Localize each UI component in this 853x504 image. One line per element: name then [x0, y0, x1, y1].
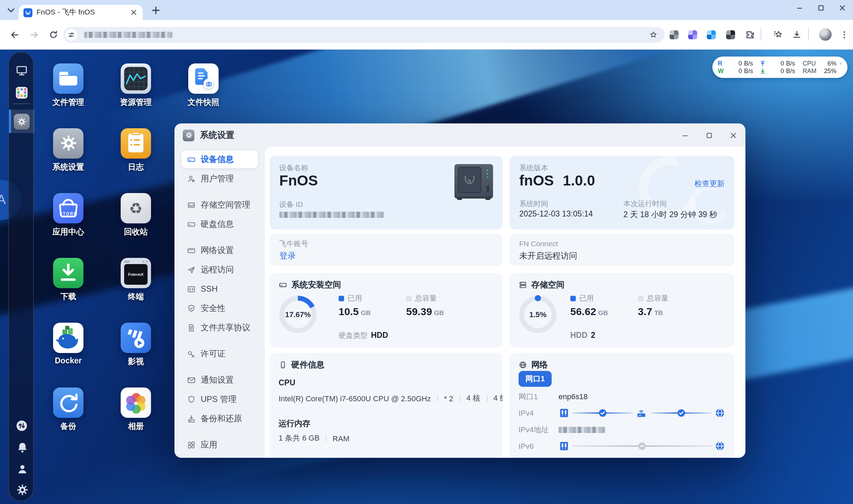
- browser-tab[interactable]: FnOS - 飞牛 fnOS: [19, 5, 143, 20]
- dock-transfers-icon[interactable]: [9, 416, 34, 435]
- check-update-link[interactable]: 检查更新: [694, 179, 725, 189]
- terminal-app-icon[interactable]: FntermX: [121, 258, 151, 288]
- system-monitor-widget[interactable]: R 0 B/s 0 B/s CPU 6% W 0 B/s 0 B/s RAM 2…: [712, 57, 847, 78]
- dock-settings-icon[interactable]: [9, 479, 34, 498]
- window-maximize-button[interactable]: [705, 131, 713, 139]
- system-settings-app-icon[interactable]: [53, 128, 83, 158]
- bookmark-star-icon[interactable]: [649, 30, 658, 39]
- screen: FnOS - 飞牛 fnOS: [0, 0, 853, 504]
- sidebar-item-user-management[interactable]: 用户管理: [181, 170, 258, 188]
- upload-unit: B/s: [785, 60, 799, 67]
- cpu-section-label: CPU: [279, 379, 295, 387]
- backup-app-icon[interactable]: [53, 387, 83, 417]
- address-bar[interactable]: [63, 27, 665, 43]
- new-tab-button[interactable]: [150, 5, 161, 16]
- sidebar-group: 网络设置远程访问SSH安全性文件共享协议: [181, 241, 258, 336]
- ram-label: RAM: [800, 68, 819, 74]
- dock-app-grid-icon[interactable]: [9, 83, 34, 102]
- monitor-grid: R 0 B/s 0 B/s CPU 6% W 0 B/s 0 B/s RAM 2…: [718, 60, 836, 74]
- extension-icon-4[interactable]: [726, 30, 735, 39]
- window-minimize-button[interactable]: [681, 131, 689, 139]
- app-center-app-icon[interactable]: STORE: [53, 193, 83, 223]
- browser-maximize-button[interactable]: [817, 4, 825, 12]
- desktop-icon-label: 系统设置: [37, 162, 99, 172]
- fn-connect-card: FN Connect 未开启远程访问: [510, 234, 734, 266]
- window-close-button[interactable]: [730, 131, 737, 139]
- login-link[interactable]: 登录: [279, 250, 296, 262]
- tab-search-chevron-icon[interactable]: [6, 5, 17, 16]
- profile-avatar[interactable]: [819, 28, 832, 41]
- site-settings-tune-icon[interactable]: [66, 29, 77, 41]
- sidebar-item-disk-info[interactable]: 硬盘信息: [181, 215, 258, 233]
- tab-close-icon[interactable]: [130, 8, 138, 17]
- back-button[interactable]: [10, 30, 20, 40]
- dock-notifications-icon[interactable]: [9, 437, 34, 456]
- star-badge-icon[interactable]: [773, 30, 783, 40]
- settings-app-icon: [183, 129, 194, 141]
- sidebar-item-label: 硬盘信息: [201, 218, 234, 230]
- dock-desktop-icon[interactable]: [9, 61, 34, 80]
- downloads-app-icon[interactable]: [53, 258, 83, 288]
- file-manager-app-icon[interactable]: [53, 63, 83, 94]
- sidebar-item-notifications[interactable]: 通知设置: [181, 371, 258, 389]
- resource-monitor-app-icon[interactable]: [121, 63, 151, 94]
- browser-minimize-button[interactable]: [796, 4, 803, 12]
- download-value: 0: [768, 68, 784, 74]
- sidebar-item-apps[interactable]: 应用: [181, 436, 258, 454]
- file-snapshot-app-icon[interactable]: [188, 63, 219, 94]
- sidebar-item-network-settings[interactable]: 网络设置: [181, 241, 258, 259]
- extensions-puzzle-icon[interactable]: [745, 30, 755, 40]
- cpu-cores: 4 核: [466, 393, 480, 403]
- ipv6-label: IPv6: [519, 442, 559, 450]
- sidebar-item-label: 网络设置: [201, 244, 234, 256]
- docker-app-icon[interactable]: [53, 323, 83, 353]
- fn-account-label: 飞牛账号: [279, 239, 308, 249]
- reload-button[interactable]: [48, 30, 59, 40]
- device-id-redacted: [279, 212, 384, 218]
- storage-title: 存储空间: [531, 279, 564, 291]
- url-text-redacted: [84, 32, 172, 38]
- desktop-icon-label: 应用中心: [37, 227, 99, 237]
- logs-app-icon[interactable]: [121, 128, 151, 158]
- sidebar-item-file-sharing[interactable]: 文件共享协议: [181, 319, 258, 336]
- photos-app-icon[interactable]: [121, 387, 151, 417]
- media-app-icon[interactable]: [121, 323, 151, 353]
- window-title: 系统设置: [200, 129, 234, 141]
- port-interface-name: enp6s18: [559, 392, 588, 401]
- sidebar-item-ups[interactable]: UPS 管理: [181, 390, 258, 408]
- sidebar-item-remote-access[interactable]: 远程访问: [181, 261, 258, 279]
- disk-icon: [279, 281, 287, 290]
- download-unit: B/s: [785, 68, 799, 74]
- used-value: 10.5: [339, 305, 359, 317]
- ipv4-address-label: IPv4地址: [519, 424, 559, 435]
- extension-icon-1[interactable]: [670, 30, 679, 39]
- forward-button[interactable]: [29, 30, 39, 40]
- sidebar-item-device-info[interactable]: 设备信息: [181, 150, 258, 168]
- dock-user-icon[interactable]: [9, 458, 34, 478]
- used-label: 已用: [348, 294, 362, 303]
- extension-icon-2[interactable]: [688, 30, 697, 39]
- cpu-value: 6%: [819, 60, 836, 67]
- monitor-collapse-chevron-icon[interactable]: [839, 62, 842, 73]
- total-value: 59.39: [406, 305, 432, 317]
- browser-tab-strip: FnOS - 飞牛 fnOS: [0, 0, 853, 20]
- dock-item-system-settings[interactable]: [9, 110, 34, 133]
- sidebar-item-storage-management[interactable]: 存储空间管理: [181, 196, 258, 214]
- sidebar-item-ssh[interactable]: SSH: [181, 280, 258, 298]
- sidebar-item-license[interactable]: 许可证: [181, 345, 258, 363]
- browser-close-button[interactable]: [839, 4, 846, 12]
- recycle-bin-app-icon[interactable]: ♻: [121, 193, 151, 223]
- network-card: 网络 网口1 网口1 enp6s18 IPv4: [510, 353, 734, 458]
- extension-icon-3[interactable]: [707, 30, 716, 39]
- port-1-button[interactable]: 网口1: [519, 371, 552, 387]
- toolbar-separator: [808, 28, 809, 41]
- sidebar-item-label: SSH: [201, 284, 218, 294]
- used-value: 56.62: [570, 305, 596, 317]
- sidebar-item-backup-restore[interactable]: 备份和还原: [181, 410, 258, 427]
- download-icon: [757, 68, 767, 74]
- window-titlebar[interactable]: 系统设置: [174, 123, 745, 147]
- sidebar-item-security[interactable]: 安全性: [181, 299, 258, 317]
- downloads-icon[interactable]: [792, 30, 802, 40]
- device-name-label: 设备名称: [279, 163, 308, 173]
- browser-menu-icon[interactable]: [839, 30, 850, 40]
